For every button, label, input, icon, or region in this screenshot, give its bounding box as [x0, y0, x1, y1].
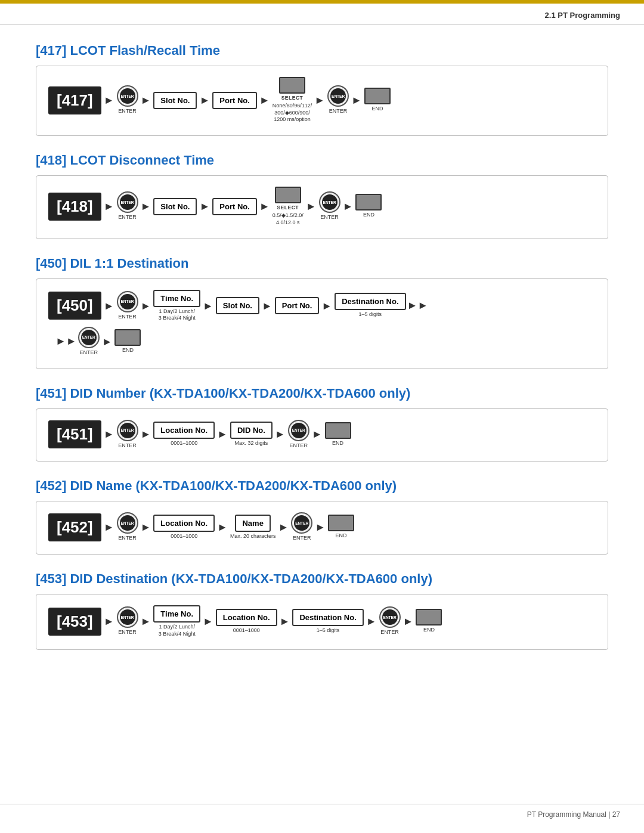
diagram-453: [453] ► ENTER ENTER ► Time No. 1 Day/2 L… — [36, 594, 608, 650]
enter-451: ENTER ENTER — [117, 420, 138, 450]
arrow: ► — [351, 95, 362, 106]
arrow: ► — [403, 616, 414, 627]
enter-label: ENTER — [79, 349, 98, 357]
top-bar — [0, 0, 644, 4]
portno-418: Port No. — [212, 198, 257, 215]
code-450: [450] — [48, 292, 101, 320]
end-label: END — [371, 106, 383, 113]
arrow: ► — [315, 522, 326, 532]
arrow: ► — [203, 616, 213, 627]
arrow: ► — [262, 301, 273, 311]
end-rect — [325, 422, 351, 439]
enter-circle: ENTER — [117, 512, 138, 534]
arrow: ► — [104, 616, 114, 627]
destno-sublabel: 1–5 digits — [317, 627, 340, 634]
diagram-452: [452] ► ENTER ENTER ► Location No. 0001–… — [36, 501, 608, 555]
enter2-451: ENTER ENTER — [288, 420, 309, 450]
code-block-417: [417] — [48, 86, 101, 114]
section-450-title: [450] DIL 1:1 Destination — [36, 256, 608, 271]
locationno-sublabel: 0001–1000 — [171, 533, 197, 540]
arrow: ► — [141, 522, 151, 532]
end-rect — [355, 194, 382, 210]
section-450: [450] DIL 1:1 Destination [450] ► ENTER … — [36, 256, 608, 369]
end-label: END — [332, 440, 343, 447]
diagram-452-row: [452] ► ENTER ENTER ► Location No. 0001–… — [48, 512, 596, 542]
location-no-box: Location No. — [153, 515, 215, 532]
code-block-418: [418] — [48, 193, 101, 221]
code-452: [452] — [48, 513, 101, 541]
code-453: [453] — [48, 608, 101, 636]
enter-circle: ENTER — [117, 420, 138, 441]
arrow: ► — [259, 95, 270, 106]
arrow: ► — [141, 429, 151, 439]
enter-label: ENTER — [380, 629, 399, 636]
enter-label: ENTER — [320, 214, 339, 221]
name-452: Name Max. 20 characters — [230, 515, 276, 540]
diagram-450-row1: [450] ► ENTER ENTER ► Time No. 1 Day/2 L… — [48, 290, 596, 322]
slotno-418: Slot No. — [153, 198, 197, 215]
arrow: ► — [104, 301, 114, 311]
slot-no-box: Slot No. — [153, 92, 197, 109]
enter-circle: ENTER — [291, 512, 312, 534]
enter-circle: ENTER — [117, 85, 138, 107]
slot-no-box: Slot No. — [153, 198, 197, 215]
code-417: [417] — [48, 86, 101, 114]
arrow: ► — [104, 522, 114, 532]
main-content: [417] LCOT Flash/Recall Time [417] ► ENT… — [0, 25, 644, 690]
double-arrow-cont: ►► — [55, 335, 77, 348]
end-417: END — [364, 88, 391, 113]
enter-450: ENTER ENTER — [117, 291, 138, 321]
section-418-title: [418] LCOT Disconnect Time — [36, 153, 608, 168]
enter-circle: ENTER — [78, 327, 100, 348]
enter-label: ENTER — [118, 108, 137, 115]
enter-label: ENTER — [329, 108, 348, 115]
select-options-418: 0.5/◆1.5/2.0/4.0/12.0 s — [273, 212, 304, 226]
code-block-452: [452] — [48, 513, 101, 541]
end-label: END — [423, 627, 435, 634]
enter2-453: ENTER ENTER — [379, 606, 401, 636]
locationno-452: Location No. 0001–1000 — [153, 515, 215, 540]
enter-circle: ENTER — [319, 191, 340, 213]
name-sublabel: Max. 20 characters — [230, 533, 276, 540]
footer-text: PT Programming Manual | 27 — [527, 810, 620, 819]
arrow: ► — [203, 301, 213, 311]
arrow: ► — [199, 201, 210, 212]
port-no-box: Port No. — [212, 92, 257, 109]
select-418: SELECT 0.5/◆1.5/2.0/4.0/12.0 s — [273, 187, 304, 226]
arrow: ► — [104, 429, 114, 439]
didno-451: DID No. Max. 32 digits — [230, 422, 273, 447]
end-450: END — [114, 329, 141, 354]
select-options: None/80/96/112/300/◆600/900/1200 ms/opti… — [273, 103, 312, 123]
section-452: [452] DID Name (KX-TDA100/KX-TDA200/KX-T… — [36, 478, 608, 555]
slotno-450: Slot No. — [216, 297, 259, 314]
portno-417: Port No. — [212, 92, 257, 109]
did-no-box: DID No. — [230, 422, 273, 439]
end-rect — [328, 515, 354, 531]
timeno-sublabel: 1 Day/2 Lunch/3 Break/4 Night — [159, 624, 196, 637]
end-rect — [364, 88, 391, 104]
locationno-453: Location No. 0001–1000 — [216, 609, 277, 634]
diagram-451-row: [451] ► ENTER ENTER ► Location No. 0001–… — [48, 420, 596, 450]
dest-no-box: Destination No. — [292, 609, 363, 626]
arrow: ► — [312, 429, 323, 439]
section-417-title: [417] LCOT Flash/Recall Time — [36, 43, 608, 58]
arrow: ► — [141, 95, 151, 106]
page-header: 2.1 PT Programming — [0, 0, 644, 25]
locationno-sublabel: 0001–1000 — [233, 627, 260, 634]
select-label: SELECT — [281, 95, 304, 101]
enter-452: ENTER ENTER — [117, 512, 138, 542]
section-417: [417] LCOT Flash/Recall Time [417] ► ENT… — [36, 43, 608, 136]
enter-circle: ENTER — [117, 606, 138, 628]
location-no-box: Location No. — [216, 609, 277, 626]
port-no-box: Port No. — [212, 198, 257, 215]
diagram-418-row: [418] ► ENTER ENTER ► Slot No. ► Port No… — [48, 187, 596, 226]
locationno-sublabel: 0001–1000 — [171, 440, 197, 447]
enter-circle: ENTER — [327, 85, 349, 107]
end-rect — [416, 609, 442, 625]
timeno-450: Time No. 1 Day/2 Lunch/3 Break/4 Night — [153, 290, 200, 322]
end-rect — [114, 329, 141, 346]
select-417: SELECT None/80/96/112/300/◆600/900/1200 … — [273, 77, 312, 123]
arrow: ► — [104, 201, 114, 212]
enter-453: ENTER ENTER — [117, 606, 138, 636]
code-block-450: [450] — [48, 292, 101, 320]
